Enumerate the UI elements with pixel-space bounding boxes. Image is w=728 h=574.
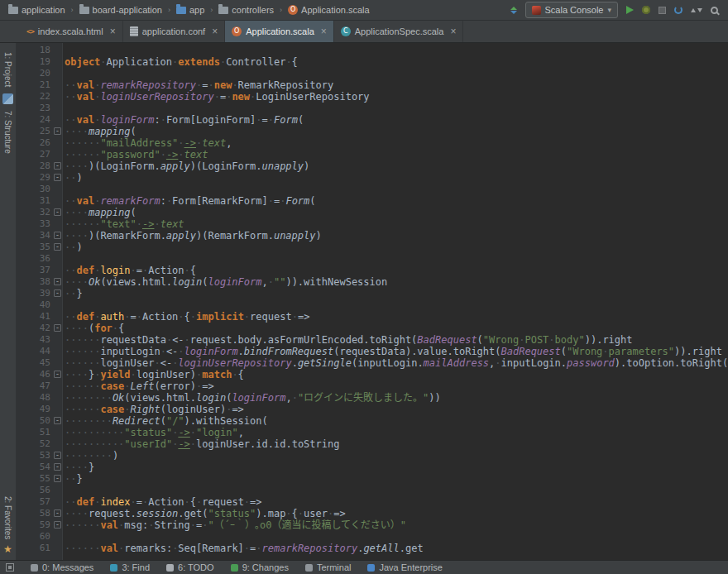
fold-icon[interactable]: - — [54, 243, 61, 251]
code-line[interactable] — [65, 485, 728, 496]
code-line[interactable]: ······"text"·->·text — [65, 218, 728, 230]
code-line[interactable] — [65, 531, 728, 543]
close-icon[interactable]: × — [212, 26, 218, 36]
code-line[interactable]: ··········"userId"·->·loginUser.id.id.to… — [65, 438, 728, 450]
line-number[interactable]: 50- — [17, 415, 62, 427]
line-number[interactable]: 38- — [17, 276, 62, 288]
search-icon[interactable] — [711, 7, 718, 14]
code-line[interactable] — [65, 103, 728, 114]
code-line[interactable]: ··def·index·=·Action·{·request·=> — [65, 496, 728, 508]
line-number[interactable]: 36 — [17, 253, 62, 265]
code-line[interactable]: ······inputLogin·<-·loginForm.bindFromRe… — [65, 346, 728, 357]
code-line[interactable]: ······case·Left(error)·=> — [65, 380, 728, 392]
statusbar-terminal[interactable]: Terminal — [305, 562, 352, 572]
line-number[interactable]: 23 — [17, 103, 62, 114]
settings-icon[interactable] — [642, 6, 650, 14]
fold-icon[interactable]: - — [54, 463, 61, 471]
code-line[interactable]: ········) — [65, 450, 728, 462]
fold-icon[interactable]: - — [54, 278, 61, 285]
line-number[interactable]: 47 — [17, 380, 62, 392]
line-number[interactable]: 61 — [17, 543, 62, 554]
code-line[interactable]: ··val·remarkForm:·Form[RemarkForm]·=·For… — [65, 195, 728, 207]
fold-icon[interactable]: - — [54, 289, 61, 297]
line-number[interactable]: 18 — [17, 45, 62, 56]
tab-index-scala-html[interactable]: <>index.scala.html× — [20, 21, 123, 42]
line-number[interactable]: 20 — [17, 68, 62, 79]
fold-icon[interactable]: - — [54, 475, 61, 482]
code-line[interactable]: ······"mailAddress"·->·text, — [65, 137, 728, 149]
compile-changed-icon[interactable] — [510, 7, 517, 14]
line-number[interactable]: 21 — [17, 79, 62, 91]
statusbar-9-changes[interactable]: 9: Changes — [231, 562, 289, 572]
line-number[interactable]: 51 — [17, 427, 62, 438]
toolwindow-switcher-icon[interactable] — [6, 563, 14, 572]
line-number[interactable]: 43 — [17, 334, 62, 346]
fold-icon[interactable]: - — [54, 417, 61, 424]
breadcrumb-item-application-scala[interactable]: OApplication.scala — [286, 4, 371, 16]
tool-button-structure[interactable]: 7: Structure — [3, 111, 12, 154]
code-line[interactable]: ····(for·{ — [65, 323, 728, 334]
line-number[interactable]: 34- — [17, 230, 62, 242]
code-line[interactable]: ····)(LoginForm.apply)(LoginForm.unapply… — [65, 160, 728, 172]
line-number[interactable]: 25- — [17, 126, 62, 137]
close-icon[interactable]: × — [450, 26, 456, 36]
line-number[interactable]: 58- — [17, 508, 62, 519]
tab-application-conf[interactable]: application.conf× — [123, 21, 225, 42]
code-line[interactable]: ····mapping( — [65, 126, 728, 137]
run-button[interactable] — [626, 6, 634, 14]
tool-button-favorites[interactable]: 2: Favorites — [3, 496, 12, 539]
code-line[interactable]: ······loginUser·<-·loginUserRepository.g… — [65, 357, 728, 369]
code-line[interactable]: ··val·loginUserRepository·=·new·LoginUse… — [65, 91, 728, 103]
fold-icon[interactable]: - — [54, 371, 61, 378]
code-line[interactable]: ··def·login·=·Action·{ — [65, 265, 728, 276]
code-line[interactable]: ····Ok(views.html.login(loginForm,·"")).… — [65, 276, 728, 288]
code-line[interactable]: ······val·msg:·String·=·"（´ｰ｀）｡o0（適当に投稿し… — [65, 519, 728, 531]
line-number[interactable]: 52 — [17, 438, 62, 450]
code-line[interactable]: ··········"status"·->·"login", — [65, 427, 728, 438]
line-number[interactable]: 31 — [17, 195, 62, 207]
code-line[interactable]: ······val·remarks:·Seq[Remark]·=·remarkR… — [65, 543, 728, 554]
structure-tool-icon[interactable] — [2, 93, 13, 104]
line-number[interactable]: 40 — [17, 299, 62, 311]
code-line[interactable] — [65, 68, 728, 79]
code-line[interactable]: ········Redirect("/").withSession( — [65, 415, 728, 427]
line-number[interactable]: 19 — [17, 56, 62, 68]
code-line[interactable]: ··val·remarkRepository·=·new·RemarkRepos… — [65, 79, 728, 91]
breadcrumb-item-controllers[interactable]: controllers — [217, 4, 275, 16]
fold-icon[interactable]: - — [54, 509, 61, 517]
breadcrumb-item-application[interactable]: application — [7, 4, 67, 16]
code-line[interactable]: object·Application·extends·Controller·{ — [65, 56, 728, 68]
line-number[interactable]: 37 — [17, 265, 62, 276]
code-line[interactable]: ··val·loginForm:·Form[LoginForm]·=·Form( — [65, 114, 728, 126]
code-line[interactable]: ····)(RemarkForm.apply)(RemarkForm.unapp… — [65, 230, 728, 242]
code-editor[interactable]: object·Application·extends·Controller·{·… — [63, 43, 728, 560]
statusbar-6-todo[interactable]: 6: TODO — [166, 562, 214, 572]
close-icon[interactable]: × — [110, 26, 116, 36]
code-line[interactable] — [65, 184, 728, 195]
line-number[interactable]: 57 — [17, 496, 62, 508]
code-line[interactable]: ··) — [65, 242, 728, 253]
fold-icon[interactable]: - — [54, 127, 61, 135]
code-line[interactable]: ········Ok(views.html.login(loginForm,·"… — [65, 392, 728, 404]
line-number[interactable]: 32- — [17, 207, 62, 218]
line-number[interactable]: 55- — [17, 473, 62, 485]
line-number[interactable]: 28- — [17, 160, 62, 172]
vcs-update-commit-icon[interactable] — [691, 8, 702, 12]
code-line[interactable]: ····request.session.get("status").map·{·… — [65, 508, 728, 519]
line-number[interactable]: 41 — [17, 311, 62, 323]
statusbar-0-messages[interactable]: 0: Messages — [31, 562, 93, 572]
fold-icon[interactable]: - — [54, 324, 61, 332]
line-number[interactable]: 42- — [17, 323, 62, 334]
line-number[interactable]: 33 — [17, 218, 62, 230]
code-line[interactable]: ··} — [65, 288, 728, 299]
code-line[interactable]: ··def·auth·=·Action·{·implicit·request·=… — [65, 311, 728, 323]
breadcrumb-item-board-application[interactable]: board-application — [78, 4, 164, 16]
line-number[interactable]: 24 — [17, 114, 62, 126]
code-line[interactable]: ····mapping( — [65, 207, 728, 218]
line-number[interactable]: 59- — [17, 519, 62, 531]
package-icon[interactable] — [659, 7, 666, 14]
line-number[interactable]: 39- — [17, 288, 62, 299]
line-number[interactable]: 30 — [17, 184, 62, 195]
fold-icon[interactable]: - — [54, 232, 61, 239]
favorites-star-icon[interactable]: ★ — [3, 543, 12, 555]
